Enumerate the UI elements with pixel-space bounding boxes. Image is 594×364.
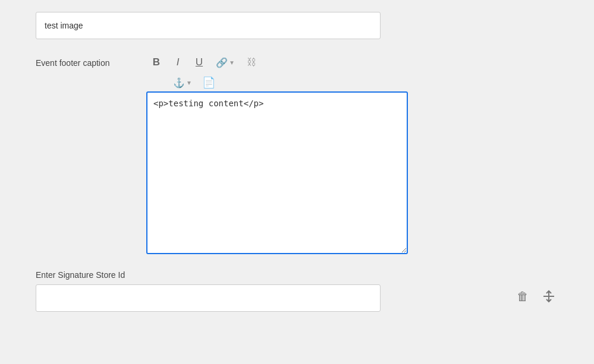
italic-button[interactable]: I	[168, 53, 188, 71]
unlink-icon: ⛓	[247, 57, 256, 68]
toolbar-row-1: B I U 🔗 ▼ ⛓	[146, 53, 558, 71]
anchor-button[interactable]: ⚓ ▼	[168, 74, 197, 91]
toolbar-row-2: ⚓ ▼ 📄	[146, 74, 558, 91]
store-id-input[interactable]	[36, 284, 381, 312]
hero-image-alt-input[interactable]	[36, 12, 381, 39]
bold-button[interactable]: B	[146, 53, 166, 71]
anchor-icon: ⚓	[173, 77, 185, 88]
underline-icon: U	[196, 56, 203, 68]
italic-icon: I	[177, 56, 180, 68]
unlink-button[interactable]: ⛓	[241, 53, 262, 71]
delete-button[interactable]: 🗑	[513, 287, 532, 306]
store-id-field-inner: Enter Signature Store Id	[36, 270, 513, 312]
link-dropdown-arrow: ▼	[229, 59, 235, 66]
source-button[interactable]: 📄	[199, 74, 219, 91]
footer-caption-label: Event footer caption	[36, 53, 137, 68]
anchor-dropdown-arrow: ▼	[186, 80, 192, 86]
link-button[interactable]: 🔗 ▼	[210, 53, 240, 71]
move-button[interactable]	[539, 287, 558, 306]
footer-caption-textarea[interactable]	[146, 91, 408, 254]
bold-icon: B	[153, 56, 160, 68]
source-icon: 📄	[202, 76, 215, 89]
delete-icon: 🗑	[517, 290, 529, 303]
underline-button[interactable]: U	[189, 53, 209, 71]
link-icon: 🔗	[216, 57, 228, 68]
footer-caption-editor: B I U 🔗 ▼ ⛓ ⚓	[146, 53, 558, 256]
store-id-section: Enter Signature Store Id 🗑	[36, 270, 558, 312]
move-icon	[542, 290, 555, 303]
action-icons-group: 🗑	[513, 270, 558, 306]
store-id-label: Enter Signature Store Id	[36, 270, 513, 280]
